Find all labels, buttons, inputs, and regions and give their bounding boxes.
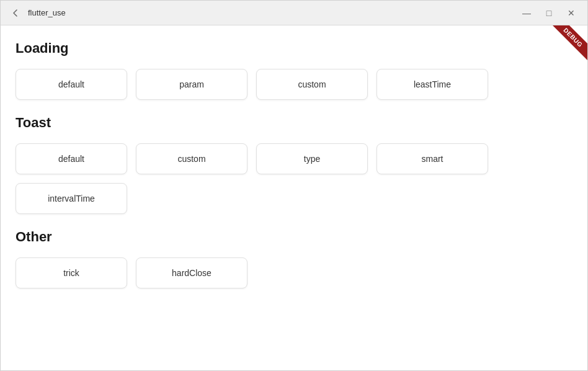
- section-toast: Toast default custom type smart interval…: [16, 115, 572, 214]
- button-loading-leasttime[interactable]: leastTime: [376, 69, 488, 100]
- back-button[interactable]: [8, 6, 23, 20]
- button-loading-default[interactable]: default: [16, 69, 127, 100]
- window-controls: — □ ✕: [518, 4, 580, 22]
- main-content: Loading default param custom leastTime T…: [1, 25, 587, 370]
- titlebar: flutter_use — □ ✕: [1, 1, 587, 25]
- section-loading-title: Loading: [16, 40, 572, 56]
- button-toast-intervaltime[interactable]: intervalTime: [16, 183, 127, 214]
- other-button-grid: trick hardClose: [16, 257, 572, 288]
- button-other-hardclose[interactable]: hardClose: [136, 257, 247, 288]
- button-loading-param[interactable]: param: [136, 69, 247, 100]
- minimize-button[interactable]: —: [518, 4, 535, 22]
- section-toast-title: Toast: [16, 115, 572, 131]
- section-other-title: Other: [16, 229, 572, 245]
- window-title: flutter_use: [28, 8, 66, 17]
- loading-button-grid: default param custom leastTime: [16, 69, 572, 100]
- button-toast-type[interactable]: type: [256, 143, 368, 174]
- button-toast-smart[interactable]: smart: [376, 143, 488, 174]
- section-other: Other trick hardClose: [16, 229, 572, 288]
- button-other-trick[interactable]: trick: [16, 257, 127, 288]
- app-window: flutter_use — □ ✕ DEBUG Loading default …: [0, 0, 588, 371]
- section-loading: Loading default param custom leastTime: [16, 40, 572, 100]
- button-toast-default[interactable]: default: [16, 143, 127, 174]
- toast-button-grid: default custom type smart intervalTime: [16, 143, 572, 214]
- button-toast-custom[interactable]: custom: [136, 143, 247, 174]
- button-loading-custom[interactable]: custom: [256, 69, 368, 100]
- maximize-button[interactable]: □: [540, 4, 558, 22]
- close-button[interactable]: ✕: [563, 4, 580, 22]
